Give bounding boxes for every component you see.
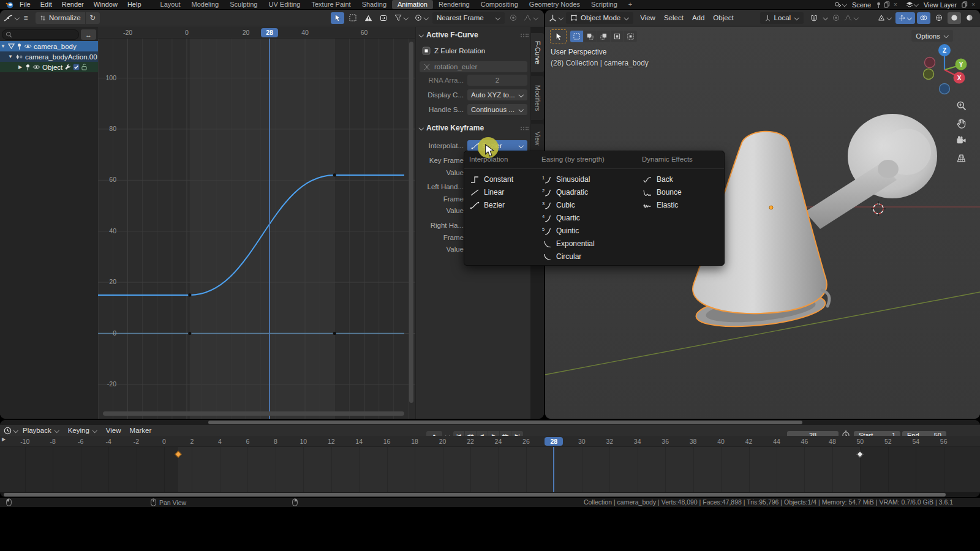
channel-search-input[interactable] — [2, 29, 79, 40]
scene-pin-icon[interactable] — [876, 2, 881, 8]
view-layer-remove-icon[interactable]: × — [970, 1, 976, 8]
panel-grip-icon[interactable] — [520, 126, 529, 130]
timeline-ruler[interactable]: ▶ -10-8-6-4-2024681012141618202224262830… — [0, 436, 980, 447]
lock-open-icon[interactable] — [81, 64, 87, 70]
scene-copy-icon[interactable] — [884, 1, 890, 8]
falloff-icon[interactable] — [522, 12, 540, 24]
workspace-tab-layout[interactable]: Layout — [155, 0, 186, 9]
tab-view[interactable]: View — [531, 124, 544, 153]
gizmos-toggle-icon[interactable] — [895, 12, 915, 24]
pan-hand-icon[interactable] — [956, 118, 967, 129]
menu-item-back[interactable]: Back — [642, 173, 673, 186]
workspace-tab-rendering[interactable]: Rendering — [433, 0, 475, 9]
menu-item-cubic[interactable]: 3Cubic — [541, 199, 575, 211]
menu-item-exponential[interactable]: Exponential — [541, 238, 595, 250]
snap-magnet-icon[interactable] — [807, 12, 821, 24]
disclosure-icon[interactable]: ▶ — [17, 64, 23, 70]
ortho-grid-icon[interactable] — [956, 154, 967, 163]
workspace-tab-sculpting[interactable]: Sculpting — [224, 0, 263, 9]
viewport-menu-select[interactable]: Select — [660, 10, 688, 26]
select-mode-new-button[interactable] — [570, 31, 583, 42]
navigation-gizmo[interactable]: Z Y X — [916, 42, 973, 98]
options-dropdown[interactable]: Options — [911, 30, 953, 42]
workspace-tab-compositing[interactable]: Compositing — [475, 0, 524, 9]
tweak-tool-button[interactable] — [550, 29, 567, 43]
viewport-menu-add[interactable]: Add — [688, 10, 709, 26]
view-layer-copy-icon[interactable] — [962, 1, 968, 8]
box-select-icon[interactable] — [346, 12, 360, 24]
handle-smoothing-dropdown[interactable]: Continuous ... — [467, 104, 527, 115]
blender-logo-icon[interactable] — [4, 1, 15, 9]
menu-item-quartic[interactable]: 4Quartic — [541, 212, 580, 224]
editor-type-fcurve-icon[interactable] — [4, 14, 20, 22]
viewport-menu-object[interactable]: Object — [709, 10, 737, 26]
viewport-menu-view[interactable]: View — [636, 10, 660, 26]
timeline-tracks[interactable] — [0, 447, 980, 492]
timeline-menu-view[interactable]: View — [102, 425, 126, 436]
proportional-edit-icon[interactable] — [507, 12, 520, 24]
pivot-point-icon[interactable] — [412, 12, 431, 24]
timeline-bottom-scrollbar[interactable] — [0, 492, 980, 497]
topbar-menu-file[interactable]: File — [15, 0, 36, 9]
menu-item-constant[interactable]: Constant — [469, 173, 513, 186]
auto-snap-dropdown[interactable]: Nearest Frame — [432, 12, 505, 24]
vertical-scrollbar[interactable] — [409, 42, 413, 403]
menu-item-bezier[interactable]: Bezier — [469, 199, 505, 211]
shading-solid-icon[interactable] — [948, 12, 961, 24]
timeline-current-frame-badge[interactable]: 28 — [545, 437, 563, 446]
menu-item-quadratic[interactable]: 2Quadratic — [541, 186, 588, 198]
tab-fcurve[interactable]: F-Curve — [531, 33, 544, 72]
zoom-icon[interactable] — [956, 100, 967, 111]
select-mode-intersect-button[interactable] — [624, 31, 637, 42]
topbar-menu-window[interactable]: Window — [89, 0, 123, 9]
channel-object-group[interactable]: ▶ Object — [0, 62, 98, 72]
proportional-edit-icon[interactable] — [829, 12, 843, 24]
rna-path-field[interactable]: rotation_euler — [420, 61, 527, 72]
timeline-menu-keying[interactable]: Keying — [64, 425, 102, 436]
active-keyframe-panel-header[interactable]: Active Keyframe — [418, 124, 529, 132]
workspace-tab-uv-editing[interactable]: UV Editing — [263, 0, 306, 9]
view-layer-name[interactable]: View Layer — [921, 1, 959, 9]
frame-view-icon[interactable] — [377, 12, 390, 24]
current-frame-badge[interactable]: 28 — [261, 28, 278, 37]
menu-item-linear[interactable]: Linear — [469, 186, 504, 198]
select-mode-subtract-button[interactable] — [597, 31, 610, 42]
workspace-tab-shading[interactable]: Shading — [356, 0, 392, 9]
menu-item-elastic[interactable]: Elastic — [642, 199, 678, 211]
scene-unlink-icon[interactable]: × — [892, 1, 899, 8]
orientation-dropdown[interactable]: Local — [760, 12, 804, 24]
eye-icon[interactable] — [32, 64, 40, 70]
pin-icon[interactable] — [17, 43, 22, 50]
eye-icon[interactable] — [24, 43, 32, 49]
menu-item-sinusoidal[interactable]: 1Sinusoidal — [541, 173, 590, 186]
timeline-expander-icon[interactable]: ▶ — [2, 437, 6, 442]
select-tool-icon[interactable] — [331, 12, 344, 24]
disclosure-icon[interactable]: ▼ — [0, 43, 6, 49]
frame-ruler[interactable]: -200204060 — [98, 27, 415, 39]
timeline-menu-marker[interactable]: Marker — [126, 425, 156, 436]
curve-view[interactable]: -200204060 100806040200-20 28 — [98, 27, 415, 419]
workspace-tab-animation[interactable]: Animation — [392, 0, 433, 9]
shading-material-icon[interactable] — [963, 12, 976, 24]
select-mode-extend-button[interactable] — [584, 31, 597, 42]
channel-expand-icon[interactable]: ↔ — [81, 29, 96, 40]
menu-item-bounce[interactable]: Bounce — [642, 186, 682, 198]
select-mode-invert-button[interactable] — [611, 31, 624, 42]
view-layer-icon[interactable] — [906, 1, 919, 8]
active-fcurve-panel-header[interactable]: Active F-Curve — [418, 31, 529, 39]
horizontal-scrollbar[interactable] — [103, 411, 404, 416]
timeline-top-scrollbar[interactable] — [0, 420, 980, 425]
editor-type-timeline-icon[interactable] — [4, 427, 18, 435]
workspace-tab-geometry-nodes[interactable]: Geometry Nodes — [524, 0, 586, 9]
pin-icon[interactable] — [25, 64, 31, 70]
snap-settings-icon[interactable] — [821, 12, 829, 24]
menu-item-quintic[interactable]: 5Quintic — [541, 225, 579, 237]
overlays-toggle-icon[interactable] — [917, 12, 930, 24]
filter-icon[interactable] — [392, 12, 410, 24]
fcurve-channel-row[interactable]: Z Euler Rotation — [422, 47, 485, 55]
timeline-playhead[interactable] — [553, 447, 554, 492]
tab-modifiers[interactable]: Modifiers — [531, 76, 544, 120]
timeline-menu-playback[interactable]: Playback — [18, 425, 64, 436]
display-color-dropdown[interactable]: Auto XYZ to... — [467, 89, 527, 100]
normalize-button[interactable]: Normalize — [36, 12, 85, 24]
